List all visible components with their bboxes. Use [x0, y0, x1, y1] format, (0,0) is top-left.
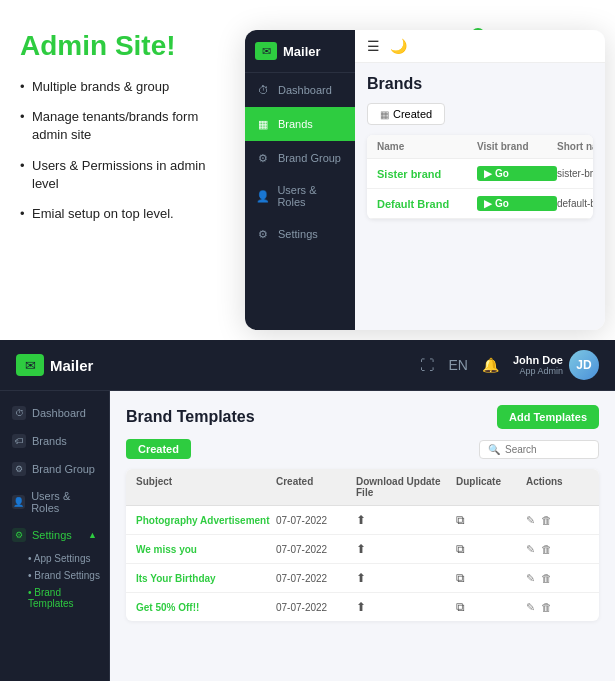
templates-table: Subject Created Download Update File Dup…	[126, 469, 599, 621]
bottom-topbar: Mailer ⛶ EN 🔔 John Doe App Admin JD	[0, 340, 615, 391]
fullscreen-icon[interactable]: ⛶	[420, 357, 434, 373]
avatar-image: JD	[569, 350, 599, 380]
admin-content: Brands ▦ Created Name Visit brand Short …	[355, 63, 605, 231]
settings-sub-templates[interactable]: Brand Templates	[0, 583, 109, 611]
feature-item-3: Users & Permissions in admin level	[20, 157, 210, 193]
admin-nav-settings[interactable]: ⚙ Settings	[245, 217, 355, 251]
admin-nav-brand-group[interactable]: ⚙ Brand Group	[245, 141, 355, 175]
bottom-tab-search: Created 🔍	[126, 439, 599, 459]
admin-page-title: Brands	[367, 75, 593, 93]
go-btn-1[interactable]: ▶ Go	[477, 166, 557, 181]
user-info: John Doe App Admin JD	[513, 350, 599, 380]
delete-icon-1[interactable]: 🗑	[541, 514, 552, 527]
user-text: John Doe App Admin	[513, 354, 563, 376]
template-row-4: Get 50% Off!! 07-07-2022 ⬆ ⧉ ✎ 🗑	[126, 593, 599, 621]
grid-icon: ▦	[255, 116, 271, 132]
template-actions-2: ✎ 🗑	[526, 543, 586, 556]
search-input[interactable]	[505, 444, 585, 455]
download-icon-2[interactable]: ⬆	[356, 542, 456, 556]
template-row-2: We miss you 07-07-2022 ⬆ ⧉ ✎ 🗑	[126, 535, 599, 564]
admin-nav-users-roles[interactable]: 👤 Users & Roles	[245, 175, 355, 217]
group-icon: ⚙	[12, 462, 26, 476]
person-icon: 👤	[255, 188, 270, 204]
avatar: JD	[569, 350, 599, 380]
feature-list: Multiple brands & group Manage tenants/b…	[20, 78, 210, 223]
download-icon-1[interactable]: ⬆	[356, 513, 456, 527]
bottom-page-header: Brand Templates Add Templates	[126, 405, 599, 429]
bottom-logo-icon	[16, 354, 44, 376]
admin-logo-icon	[255, 42, 277, 60]
template-actions-3: ✎ 🗑	[526, 572, 586, 585]
bottom-main-inner: Brand Templates Add Templates Created 🔍	[110, 391, 615, 635]
settings-icon: ⚙	[255, 226, 271, 242]
feature-item-1: Multiple brands & group	[20, 78, 210, 96]
template-actions-1: ✎ 🗑	[526, 514, 586, 527]
bottom-created-tab[interactable]: Created	[126, 439, 191, 459]
users-icon: 👤	[12, 495, 25, 509]
left-content: Admin Site! Multiple brands & group Mana…	[0, 0, 230, 340]
admin-logo: Mailer	[245, 30, 355, 73]
bottom-nav-settings[interactable]: ⚙ Settings ▲	[0, 521, 109, 549]
bell-icon[interactable]: 🔔	[482, 357, 499, 373]
edit-icon-3[interactable]: ✎	[526, 572, 535, 585]
bottom-nav-brand-group[interactable]: ⚙ Brand Group	[0, 455, 109, 483]
admin-nav-brands[interactable]: ▦ Brands	[245, 107, 355, 141]
duplicate-icon-2[interactable]: ⧉	[456, 542, 526, 556]
settings-sub-app[interactable]: App Settings	[0, 549, 109, 566]
duplicate-icon-4[interactable]: ⧉	[456, 600, 526, 614]
bottom-nav-users-roles[interactable]: 👤 Users & Roles	[0, 483, 109, 521]
bottom-sidebar: ⏱ Dashboard 🏷 Brands ⚙ Brand Group 👤 Use…	[0, 391, 110, 681]
settings-icon-sm: ⚙	[12, 528, 26, 542]
add-templates-button[interactable]: Add Templates	[497, 405, 599, 429]
bottom-main: Brand Templates Add Templates Created 🔍	[110, 391, 615, 681]
top-section: Admin Site! Multiple brands & group Mana…	[0, 0, 615, 340]
edit-icon-4[interactable]: ✎	[526, 601, 535, 614]
admin-topbar: ☰ 🌙	[355, 30, 605, 63]
cog-icon: ⚙	[255, 150, 271, 166]
delete-icon-2[interactable]: 🗑	[541, 543, 552, 556]
template-row-1: Photography Advertisement 07-07-2022 ⬆ ⧉…	[126, 506, 599, 535]
download-icon-3[interactable]: ⬆	[356, 571, 456, 585]
table-icon: ▦	[380, 109, 389, 120]
admin-window: Mailer ⏱ Dashboard ▦ Brands ⚙ Brand Grou…	[245, 30, 605, 330]
go-btn-2[interactable]: ▶ Go	[477, 196, 557, 211]
edit-icon-2[interactable]: ✎	[526, 543, 535, 556]
search-icon: 🔍	[488, 444, 500, 455]
bottom-section: Mailer ⛶ EN 🔔 John Doe App Admin JD ⏱ Da…	[0, 340, 615, 681]
brands-table-row-2: Default Brand ▶ Go default-brand 325	[367, 189, 593, 219]
brands-table: Name Visit brand Short name Subsc Sister…	[367, 135, 593, 219]
template-actions-4: ✎ 🗑	[526, 601, 586, 614]
brands-table-header: Name Visit brand Short name Subsc	[367, 135, 593, 159]
language-label[interactable]: EN	[448, 357, 467, 373]
template-row-3: Its Your Birthday 07-07-2022 ⬆ ⧉ ✎ 🗑	[126, 564, 599, 593]
moon-icon[interactable]: 🌙	[390, 38, 407, 54]
admin-main: ☰ 🌙 Brands ▦ Created Name Visit brand Sh…	[355, 30, 605, 330]
admin-logo-text: Mailer	[283, 44, 321, 59]
clock-icon: ⏱	[255, 82, 271, 98]
feature-item-2: Manage tenants/brands form admin site	[20, 108, 210, 144]
admin-sidebar: Mailer ⏱ Dashboard ▦ Brands ⚙ Brand Grou…	[245, 30, 355, 330]
chevron-icon: ▲	[88, 530, 97, 540]
download-icon-4[interactable]: ⬆	[356, 600, 456, 614]
delete-icon-4[interactable]: 🗑	[541, 601, 552, 614]
bottom-page-title: Brand Templates	[126, 408, 255, 426]
menu-icon[interactable]: ☰	[367, 38, 380, 54]
bottom-logo-text: Mailer	[50, 357, 93, 374]
edit-icon-1[interactable]: ✎	[526, 514, 535, 527]
feature-item-4: Emial setup on top level.	[20, 205, 210, 223]
settings-sub-brand[interactable]: Brand Settings	[0, 566, 109, 583]
duplicate-icon-1[interactable]: ⧉	[456, 513, 526, 527]
delete-icon-3[interactable]: 🗑	[541, 572, 552, 585]
admin-nav-dashboard[interactable]: ⏱ Dashboard	[245, 73, 355, 107]
bottom-layout: ⏱ Dashboard 🏷 Brands ⚙ Brand Group 👤 Use…	[0, 391, 615, 681]
bottom-nav-dashboard[interactable]: ⏱ Dashboard	[0, 399, 109, 427]
bottom-nav-brands[interactable]: 🏷 Brands	[0, 427, 109, 455]
admin-tab-bar: ▦ Created	[367, 103, 593, 125]
clock-icon-sm: ⏱	[12, 406, 26, 420]
admin-created-tab[interactable]: ▦ Created	[367, 103, 445, 125]
search-box[interactable]: 🔍	[479, 440, 599, 459]
bottom-logo: Mailer	[16, 354, 93, 376]
duplicate-icon-3[interactable]: ⧉	[456, 571, 526, 585]
brands-table-row: Sister brand ▶ Go sister-brand-404 0	[367, 159, 593, 189]
main-heading: Admin Site!	[20, 30, 210, 62]
